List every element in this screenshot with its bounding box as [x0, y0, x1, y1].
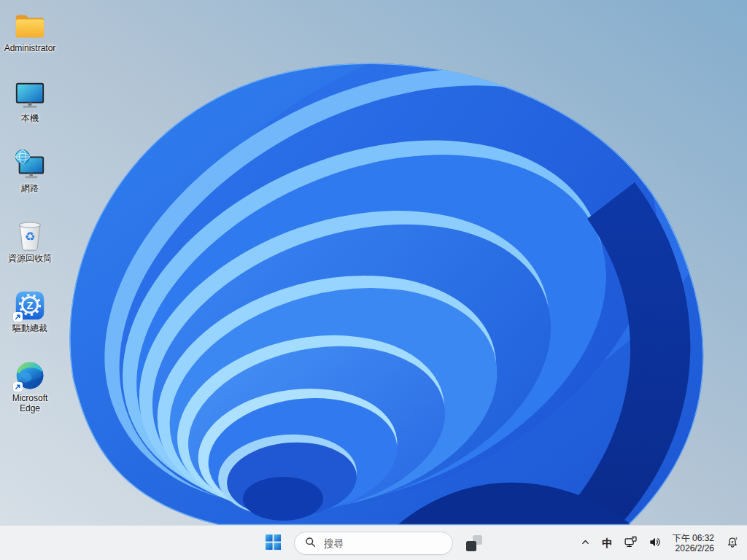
taskbar: 中 — [0, 525, 747, 560]
desktop-icon-label: Administrator — [4, 43, 56, 53]
search-box[interactable] — [294, 532, 453, 555]
system-tray: 中 — [576, 526, 744, 560]
volume-tray-button[interactable] — [643, 529, 666, 558]
desktop: Administrator 本機 — [0, 0, 747, 525]
bell-do-not-disturb-icon: z z — [726, 536, 739, 551]
network-tray-button[interactable] — [619, 529, 642, 558]
chevron-up-icon — [581, 537, 590, 549]
this-pc-icon — [13, 79, 47, 112]
desktop-icon-label: Microsoft Edge — [1, 393, 58, 413]
svg-text:z: z — [731, 540, 733, 544]
speaker-icon — [649, 536, 661, 551]
desktop-icon-recycle-bin[interactable]: ♻ 資源回收筒 — [1, 219, 59, 289]
clock-date: 2026/2/26 — [676, 544, 714, 553]
notification-center-button[interactable]: z z — [721, 529, 744, 558]
desktop-icon-administrator[interactable]: Administrator — [1, 9, 59, 79]
desktop-icon-label: 本機 — [21, 113, 39, 123]
task-view-button[interactable] — [460, 529, 489, 558]
wallpaper-bloom-image — [0, 0, 747, 525]
ime-indicator[interactable]: 中 — [597, 529, 618, 558]
taskbar-center-group — [258, 526, 489, 560]
desktop-icon-this-pc[interactable]: 本機 — [1, 79, 59, 149]
tray-overflow-button[interactable] — [576, 529, 595, 558]
clock[interactable]: 下午 06:32 2026/2/26 — [667, 529, 719, 558]
network-icon — [13, 149, 47, 182]
desktop-icon-driver-app[interactable]: Z 驅動總裁 — [1, 289, 59, 359]
search-icon — [305, 537, 316, 551]
windows-logo-icon — [266, 534, 281, 552]
search-input[interactable] — [322, 537, 454, 550]
desktop-icon-microsoft-edge[interactable]: Microsoft Edge — [1, 359, 59, 429]
task-view-icon — [466, 535, 482, 551]
desktop-icon-label: 資源回收筒 — [8, 253, 52, 263]
desktop-icon-label: 驅動總裁 — [12, 323, 47, 333]
svg-text:♻: ♻ — [25, 230, 36, 244]
desktop-icon-label: 網路 — [21, 183, 39, 193]
ethernet-network-icon — [624, 536, 637, 551]
start-button[interactable] — [258, 529, 287, 558]
edge-icon — [13, 359, 47, 392]
driver-app-icon: Z — [13, 289, 47, 322]
desktop-icon-column: Administrator 本機 — [1, 9, 59, 429]
recycle-bin-icon: ♻ — [13, 219, 47, 252]
screen: Administrator 本機 — [0, 0, 747, 560]
shortcut-arrow-icon — [13, 382, 23, 392]
svg-text:Z: Z — [27, 300, 34, 311]
clock-time: 下午 06:32 — [673, 534, 714, 543]
shortcut-arrow-icon — [13, 312, 23, 322]
desktop-icon-network[interactable]: 網路 — [1, 149, 59, 219]
svg-text:z: z — [735, 536, 738, 540]
folder-icon — [13, 9, 47, 42]
